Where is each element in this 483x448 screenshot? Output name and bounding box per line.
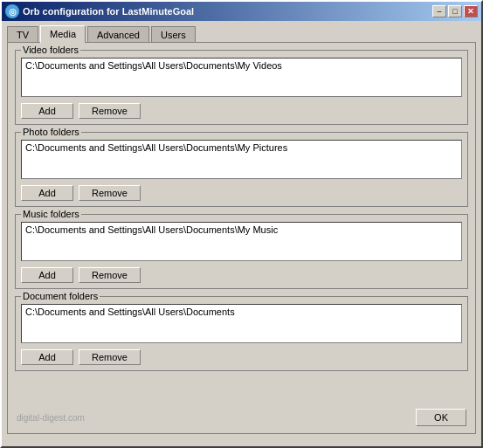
title-bar-left: ◎ Orb configuration for LastMinuteGoal <box>5 4 194 18</box>
photo-folders-group: Photo folders C:\Documents and Settings\… <box>15 132 468 207</box>
main-window: ◎ Orb configuration for LastMinuteGoal –… <box>0 0 483 448</box>
title-bar: ◎ Orb configuration for LastMinuteGoal –… <box>2 2 481 21</box>
bottom-bar: digital-digest.com OK <box>8 402 475 433</box>
document-folders-group: Document folders C:\Documents and Settin… <box>15 296 468 371</box>
watermark-text: digital-digest.com <box>17 413 85 423</box>
photo-folders-label: Photo folders <box>21 127 81 137</box>
music-remove-button[interactable]: Remove <box>79 267 141 283</box>
maximize-button[interactable]: □ <box>448 5 462 17</box>
document-btn-row: Add Remove <box>21 349 462 365</box>
content-area: Video folders C:\Documents and Settings\… <box>7 42 476 434</box>
music-add-button[interactable]: Add <box>21 267 73 283</box>
tab-tv[interactable]: TV <box>7 26 38 44</box>
document-add-button[interactable]: Add <box>21 349 73 365</box>
tab-media[interactable]: Media <box>40 25 86 43</box>
music-folders-input[interactable]: C:\Documents and Settings\All Users\Docu… <box>21 222 462 261</box>
app-icon: ◎ <box>5 4 19 18</box>
video-folders-label: Video folders <box>21 45 80 55</box>
music-folders-label: Music folders <box>21 209 81 219</box>
photo-remove-button[interactable]: Remove <box>79 185 141 201</box>
title-buttons: – □ ✕ <box>432 5 478 17</box>
video-remove-button[interactable]: Remove <box>79 103 141 119</box>
document-folders-input[interactable]: C:\Documents and Settings\All Users\Docu… <box>21 304 462 343</box>
ok-button[interactable]: OK <box>416 409 466 426</box>
photo-folders-input[interactable]: C:\Documents and Settings\All Users\Docu… <box>21 140 462 179</box>
document-remove-button[interactable]: Remove <box>79 349 141 365</box>
music-folders-group: Music folders C:\Documents and Settings\… <box>15 214 468 289</box>
close-button[interactable]: ✕ <box>464 5 478 17</box>
tab-users[interactable]: Users <box>151 26 196 44</box>
video-folders-input[interactable]: C:\Documents and Settings\All Users\Docu… <box>21 58 462 97</box>
video-add-button[interactable]: Add <box>21 103 73 119</box>
minimize-button[interactable]: – <box>432 5 446 17</box>
photo-btn-row: Add Remove <box>21 185 462 201</box>
tab-advanced[interactable]: Advanced <box>87 26 149 44</box>
video-folders-group: Video folders C:\Documents and Settings\… <box>15 50 468 125</box>
tab-bar: TV Media Advanced Users <box>2 21 481 42</box>
window-title: Orb configuration for LastMinuteGoal <box>23 6 194 17</box>
video-btn-row: Add Remove <box>21 103 462 119</box>
photo-add-button[interactable]: Add <box>21 185 73 201</box>
music-btn-row: Add Remove <box>21 267 462 283</box>
document-folders-label: Document folders <box>21 291 100 301</box>
